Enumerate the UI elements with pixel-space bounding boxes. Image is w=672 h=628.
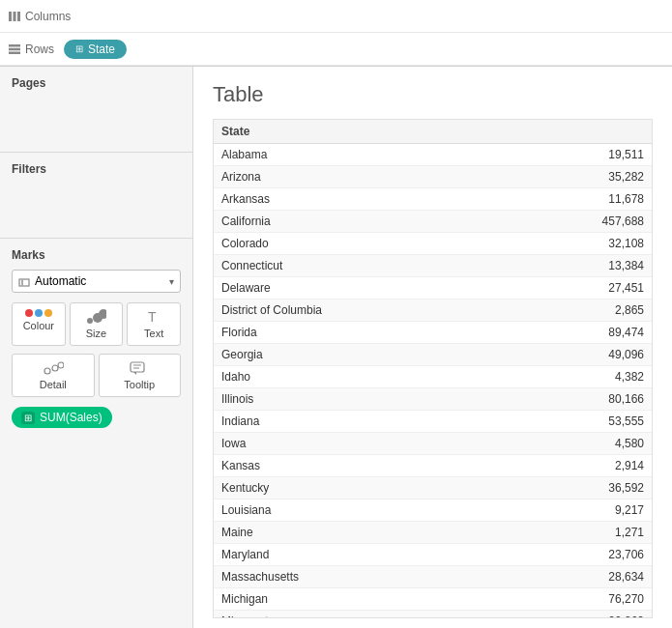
cell-value: 1,271 (507, 522, 652, 544)
table-row: Idaho4,382 (214, 366, 652, 388)
table-header-row: State (214, 120, 652, 144)
cell-state: Louisiana (214, 500, 507, 522)
pages-empty (12, 94, 181, 142)
toolbar: Columns Rows ⊞ State (0, 0, 672, 67)
rows-row: Rows ⊞ State (0, 33, 672, 66)
cell-value: 2,865 (507, 300, 652, 322)
tooltip-icon (129, 360, 150, 376)
cell-value: 29,863 (507, 611, 652, 619)
table-row: Maine1,271 (214, 522, 652, 544)
pages-section: Pages (0, 67, 192, 153)
cell-value: 2,914 (507, 455, 652, 477)
cell-value: 13,384 (507, 255, 652, 277)
text-icon: T (145, 309, 162, 325)
cell-state: Delaware (214, 277, 507, 300)
state-pill-icon: ⊞ (75, 43, 83, 54)
tooltip-label: Tooltip (124, 379, 155, 390)
cell-value: 9,217 (507, 500, 652, 522)
sum-pill-icon: ⊞ (21, 412, 35, 424)
size-button[interactable]: Size (70, 302, 124, 346)
table-row: Maryland23,706 (214, 544, 652, 566)
cell-state: California (214, 211, 507, 233)
detail-label: Detail (40, 379, 67, 390)
cell-value: 11,678 (507, 188, 652, 211)
columns-label: Columns (8, 10, 71, 23)
table-row: Alabama19,511 (214, 144, 652, 166)
cell-state: Arizona (214, 166, 507, 188)
chevron-down-icon: ▾ (169, 276, 174, 287)
cell-state: Indiana (214, 411, 507, 433)
cell-state: Kentucky (214, 477, 507, 500)
colour-button[interactable]: Colour (12, 302, 66, 346)
table-body: Alabama19,511Arizona35,282Arkansas11,678… (214, 144, 652, 619)
table-title: Table (213, 82, 653, 107)
svg-rect-7 (21, 279, 23, 286)
data-table: State Alabama19,511Arizona35,282Arkansas… (214, 120, 652, 618)
cell-state: Kansas (214, 455, 507, 477)
colour-icon (25, 309, 52, 317)
cell-value: 457,688 (507, 211, 652, 233)
state-pill[interactable]: ⊞ State (64, 40, 127, 59)
text-button[interactable]: T Text (127, 302, 181, 346)
cell-state: Massachusetts (214, 566, 507, 588)
data-table-wrapper[interactable]: State Alabama19,511Arizona35,282Arkansas… (213, 119, 653, 618)
cell-state: Georgia (214, 344, 507, 366)
marks-buttons-row2: Detail Tooltip (12, 354, 181, 397)
content-area: Table State Alabama19,511Arizona35,282Ar… (193, 67, 672, 628)
table-row: Louisiana9,217 (214, 500, 652, 522)
table-view: Table State Alabama19,511Arizona35,282Ar… (193, 67, 672, 628)
table-row: Georgia49,096 (214, 344, 652, 366)
table-row: Arizona35,282 (214, 166, 652, 188)
size-label: Size (86, 328, 106, 339)
cell-state: Florida (214, 322, 507, 344)
tooltip-button[interactable]: Tooltip (99, 354, 182, 397)
table-row: Colorado32,108 (214, 233, 652, 255)
state-pill-text: State (88, 43, 115, 56)
svg-point-13 (52, 365, 58, 371)
table-row: Iowa4,580 (214, 433, 652, 455)
svg-rect-1 (14, 12, 16, 21)
marks-buttons-grid: Colour Size T Text (12, 302, 181, 346)
table-row: Arkansas11,678 (214, 188, 652, 211)
table-row: Minnesota29,863 (214, 611, 652, 619)
pages-title: Pages (12, 76, 181, 90)
header-value (507, 120, 652, 144)
svg-rect-0 (9, 12, 12, 21)
filters-title: Filters (12, 162, 181, 176)
svg-rect-5 (9, 51, 20, 54)
cell-state: Michigan (214, 588, 507, 611)
cell-value: 89,474 (507, 322, 652, 344)
cell-value: 35,282 (507, 166, 652, 188)
svg-point-8 (87, 318, 93, 324)
cell-state: Maine (214, 522, 507, 544)
marks-dropdown[interactable]: Automatic ▾ (12, 270, 181, 293)
rows-label: Rows (8, 43, 54, 56)
cell-value: 27,451 (507, 277, 652, 300)
marks-section: Marks Automatic ▾ (0, 239, 192, 628)
filters-empty (12, 180, 181, 228)
table-row: Florida89,474 (214, 322, 652, 344)
columns-icon (8, 10, 21, 23)
filters-section: Filters (0, 153, 192, 239)
header-state: State (214, 120, 507, 144)
columns-row: Columns (0, 0, 672, 33)
detail-icon (43, 360, 64, 376)
table-row: Illinois80,166 (214, 388, 652, 411)
colour-label: Colour (23, 320, 54, 331)
sum-sales-pill[interactable]: ⊞ SUM(Sales) (12, 407, 112, 428)
table-row: Indiana53,555 (214, 411, 652, 433)
svg-point-12 (44, 368, 50, 374)
cell-value: 76,270 (507, 588, 652, 611)
text-label: Text (144, 328, 163, 339)
marks-title: Marks (12, 248, 181, 262)
table-row: Kansas2,914 (214, 455, 652, 477)
table-row: Delaware27,451 (214, 277, 652, 300)
cell-value: 4,382 (507, 366, 652, 388)
cell-value: 36,592 (507, 477, 652, 500)
table-row: California457,688 (214, 211, 652, 233)
detail-button[interactable]: Detail (12, 354, 95, 397)
rows-icon (8, 43, 21, 56)
marks-type-icon (18, 275, 30, 287)
marks-dropdown-label: Automatic (35, 274, 86, 288)
cell-state: Iowa (214, 433, 507, 455)
